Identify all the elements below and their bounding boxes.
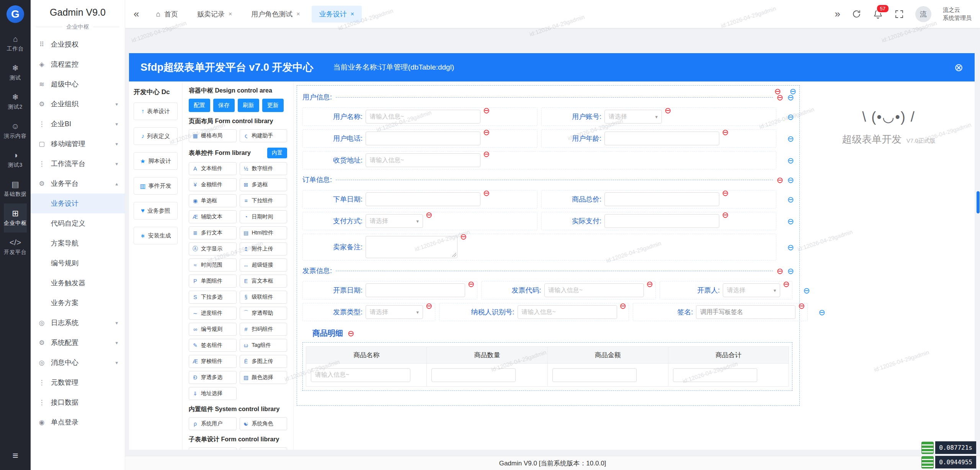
text-input[interactable]: [366, 132, 480, 145]
builtin-button[interactable]: 内置: [267, 148, 287, 158]
form-library-item[interactable]: ⊠ 多选框: [240, 178, 287, 191]
remove-form-icon[interactable]: ⊖: [774, 87, 781, 95]
layout-item[interactable]: ς 构建助手: [240, 129, 287, 142]
dev-center-item[interactable]: ♥ 业务参照: [134, 202, 178, 220]
form-library-item[interactable]: ¥ 金额组件: [189, 178, 237, 191]
tab-sales-record[interactable]: 贩卖记录 ×: [189, 6, 240, 23]
field-user-name[interactable]: 用户名称: 请输入信息~ ⊖: [302, 107, 537, 126]
sidebar-item[interactable]: ⋮ 接口数据: [31, 392, 125, 412]
collapse-section-icon[interactable]: ⊖: [787, 267, 794, 275]
text-input[interactable]: 请输入信息~: [366, 110, 480, 124]
sidebar-subitem[interactable]: 编号规则: [31, 253, 125, 273]
sidebar-item[interactable]: ▢ 移动端管理 ▾: [31, 134, 125, 154]
form-library-item[interactable]: A 文本组件: [189, 162, 237, 175]
sidebar-item[interactable]: ≋ 超级中心: [31, 74, 125, 94]
remove-field-icon[interactable]: ⊖: [620, 302, 627, 310]
collapse-row-icon[interactable]: ⊖: [787, 243, 794, 251]
field-invoice-code[interactable]: 发票代码: 请输入信息~ ⊖: [481, 281, 656, 299]
collapse-section-icon[interactable]: ⊖: [787, 176, 794, 184]
field-order-date[interactable]: 下单日期: ⊖: [302, 190, 537, 208]
refresh-icon[interactable]: [852, 9, 861, 19]
dev-center-item[interactable]: ★ 脚本设计: [134, 152, 178, 170]
select-input[interactable]: 请选择▾: [366, 305, 423, 319]
signature-input[interactable]: 调用手写板签名: [696, 305, 795, 319]
textarea-input[interactable]: [366, 236, 457, 258]
text-input[interactable]: [431, 368, 516, 382]
canvas-action-button[interactable]: 刷新: [238, 99, 259, 112]
sidebar-item[interactable]: ⚙ 业务平台 ▴: [31, 174, 125, 194]
form-library-item[interactable]: ½ 数字组件: [240, 162, 287, 175]
remove-field-icon[interactable]: ⊖: [722, 211, 729, 219]
remove-field-icon[interactable]: ⊖: [483, 150, 490, 158]
remove-field-icon[interactable]: ⊖: [468, 280, 475, 288]
field-user-age[interactable]: 用户年龄: ⊖: [541, 129, 776, 148]
more-tabs-icon[interactable]: »: [835, 8, 840, 20]
form-library-item[interactable]: Đ 穿透多选: [189, 371, 237, 384]
field-total-price[interactable]: 商品总价: ⊖: [541, 190, 776, 208]
close-tab-icon[interactable]: ×: [296, 11, 300, 18]
form-library-item[interactable]: Ⓐ 文字显示: [189, 242, 237, 255]
text-input[interactable]: 请输入信息~: [311, 368, 410, 382]
remove-field-icon[interactable]: ⊖: [665, 106, 671, 114]
remove-field-icon[interactable]: ⊖: [483, 128, 490, 136]
sidebar-item[interactable]: ◉ 单点登录: [31, 412, 125, 432]
field-payment-method[interactable]: 支付方式: 请选择▾ ⊖: [302, 212, 537, 230]
form-library-item[interactable]: ▨ 颜色选择: [240, 371, 287, 384]
collapse-form-icon[interactable]: ⊖: [789, 87, 796, 95]
collapse-row-icon[interactable]: ⊖: [787, 135, 794, 143]
field-invoice-date[interactable]: 开票日期: ⊖: [302, 281, 477, 299]
field-invoice-type[interactable]: 发票类型: 请选择▾ ⊖: [302, 303, 435, 321]
form-library-item[interactable]: ∼ 进度组件: [189, 307, 237, 320]
field-taxpayer-id[interactable]: 纳税人识别号: 请输入信息~ ⊖: [439, 303, 629, 321]
collapse-sidebar-icon[interactable]: «: [134, 8, 139, 20]
text-input[interactable]: 请输入信息~: [518, 305, 617, 319]
form-library-item[interactable]: ↔ 超级链接: [240, 259, 287, 272]
select-input[interactable]: 请选择▾: [366, 214, 423, 228]
remove-field-icon[interactable]: ⊖: [483, 189, 490, 197]
rail-item[interactable]: ◑ 测试3: [4, 145, 27, 174]
close-tab-icon[interactable]: ×: [351, 11, 354, 18]
collapse-row-icon[interactable]: ⊖: [787, 195, 794, 203]
sidebar-subitem[interactable]: 代码自定义: [31, 213, 125, 233]
dev-center-item[interactable]: ∗ 安装生成: [134, 227, 178, 244]
close-platform-icon[interactable]: ⊗: [954, 61, 963, 74]
form-library-item[interactable]: ω Tag组件: [240, 339, 287, 352]
form-library-item[interactable]: ↥ 附件上传: [240, 242, 287, 255]
select-input[interactable]: 请选择▾: [723, 283, 780, 297]
form-library-item[interactable]: ≡ 下拉组件: [240, 194, 287, 207]
dev-center-item[interactable]: ♪ 列表定义: [134, 127, 178, 145]
sidebar-item[interactable]: ⠿ 企业授权: [31, 34, 125, 54]
user-avatar[interactable]: 流: [915, 6, 931, 22]
form-library-item[interactable]: ⌒ 穿透帮助: [240, 307, 287, 320]
dev-center-item[interactable]: ▥ 事件开发: [134, 177, 178, 195]
sidebar-subitem[interactable]: 业务设计: [31, 194, 125, 213]
field-user-account[interactable]: 用户账号: 请选择▾ ⊖: [541, 107, 776, 126]
notification-bell-icon[interactable]: 57: [873, 9, 883, 19]
date-input[interactable]: [366, 192, 480, 206]
sidebar-subitem[interactable]: 方案导航: [31, 233, 125, 253]
subform-library-item[interactable]: § 分组线条: [189, 447, 237, 450]
close-tab-icon[interactable]: ×: [229, 11, 232, 18]
remove-field-icon[interactable]: ⊖: [483, 106, 490, 114]
sidebar-item[interactable]: ⋮ 元数管理: [31, 372, 125, 392]
sidebar-item[interactable]: ⚙ 企业组织 ▾: [31, 94, 125, 114]
text-input[interactable]: 请输入信息~: [544, 283, 644, 297]
user-info[interactable]: 流之云 系统管理员: [943, 6, 972, 22]
text-input[interactable]: [604, 132, 719, 145]
detail-table-selection[interactable]: 商品名称 商品数量 商品金额 商品合计: [302, 342, 792, 391]
fullscreen-icon[interactable]: [895, 10, 904, 19]
form-library-item[interactable]: ◉ 单选框: [189, 194, 237, 207]
remove-field-icon[interactable]: ⊖: [460, 233, 467, 241]
text-input[interactable]: [552, 368, 637, 382]
rail-item[interactable]: ⊞ 企业中枢: [4, 203, 27, 233]
system-library-item[interactable]: ρ 系统用户: [189, 417, 237, 430]
sidebar-item[interactable]: ◈ 流程监控: [31, 54, 125, 74]
field-signature[interactable]: 签名: 调用手写板签名 ⊖: [633, 303, 808, 321]
canvas-action-button[interactable]: 更新: [262, 99, 284, 112]
text-input[interactable]: [604, 192, 719, 206]
rail-item[interactable]: </> 开发平台: [4, 233, 27, 262]
sidebar-item[interactable]: ◎ 消息中心 ▾: [31, 353, 125, 372]
form-library-item[interactable]: S 下拉多选: [189, 291, 237, 304]
layout-item[interactable]: ▦ 栅格布局: [189, 129, 237, 142]
tab-user-role-test[interactable]: 用户角色测试 ×: [243, 6, 307, 23]
